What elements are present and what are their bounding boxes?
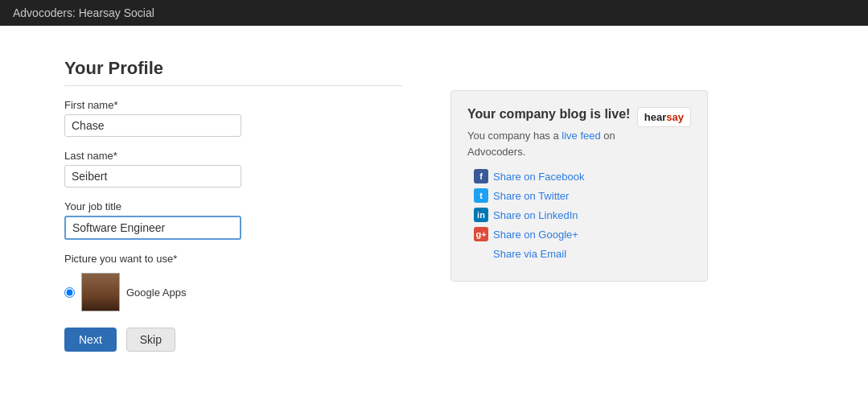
first-name-group: First name*: [64, 99, 402, 137]
blog-card-column: Your company blog is live! You company h…: [450, 90, 708, 352]
googleplus-icon: g+: [474, 227, 488, 241]
google-apps-label: Google Apps: [126, 286, 186, 299]
share-item-googleplus: g+Share on Google+: [474, 227, 691, 241]
hearsay-logo: hearsay: [637, 107, 691, 127]
job-title-group: Your job title: [64, 200, 402, 240]
topbar: Advocoders: Hearsay Social: [0, 0, 868, 26]
profile-form: Your Profile First name* Last name* Your…: [64, 58, 402, 352]
skip-button[interactable]: Skip: [126, 328, 175, 352]
job-title-input[interactable]: [64, 216, 241, 240]
share-facebook-link[interactable]: Share on Facebook: [493, 171, 584, 183]
picture-group: Picture you want to use* Google Apps: [64, 253, 402, 311]
share-item-facebook: fShare on Facebook: [474, 169, 691, 183]
last-name-label: Last name*: [64, 150, 402, 162]
last-name-group: Last name*: [64, 150, 402, 188]
hearsay-say: say: [666, 111, 684, 123]
first-name-input[interactable]: [64, 114, 241, 137]
live-feed-link[interactable]: live feed: [562, 130, 600, 142]
share-twitter-link[interactable]: Share on Twitter: [493, 190, 569, 202]
share-email-link[interactable]: Share via Email: [474, 248, 566, 260]
share-list: fShare on FacebooktShare on TwitterinSha…: [467, 169, 691, 260]
section-title: Your Profile: [64, 58, 402, 86]
share-linkedin-link[interactable]: Share on LinkedIn: [493, 209, 578, 221]
form-actions: Next Skip: [64, 328, 402, 352]
share-email-item: Share via Email: [474, 246, 691, 260]
blog-card-header-text: Your company blog is live! You company h…: [467, 107, 637, 159]
blog-card-header: Your company blog is live! You company h…: [467, 107, 691, 159]
first-name-label: First name*: [64, 99, 402, 111]
blog-card-title: Your company blog is live!: [467, 107, 637, 122]
share-item-twitter: tShare on Twitter: [474, 188, 691, 203]
last-name-input[interactable]: [64, 165, 241, 188]
topbar-title: Advocoders: Hearsay Social: [13, 6, 154, 19]
job-title-label: Your job title: [64, 200, 402, 212]
share-googleplus-link[interactable]: Share on Google+: [493, 229, 578, 241]
picture-label: Picture you want to use*: [64, 253, 402, 265]
hearsay-hear: hear: [644, 111, 666, 123]
avatar: [81, 273, 120, 311]
picture-row: Google Apps: [64, 273, 402, 311]
twitter-icon: t: [474, 188, 488, 203]
facebook-icon: f: [474, 169, 488, 183]
blog-desc-prefix: You company has a: [467, 130, 562, 142]
share-item-linkedin: inShare on LinkedIn: [474, 208, 691, 222]
linkedin-icon: in: [474, 208, 488, 222]
blog-card-desc: You company has a live feed on Advocoder…: [467, 128, 637, 159]
next-button[interactable]: Next: [64, 328, 117, 352]
picture-radio[interactable]: [64, 287, 75, 298]
blog-card: Your company blog is live! You company h…: [450, 90, 708, 282]
